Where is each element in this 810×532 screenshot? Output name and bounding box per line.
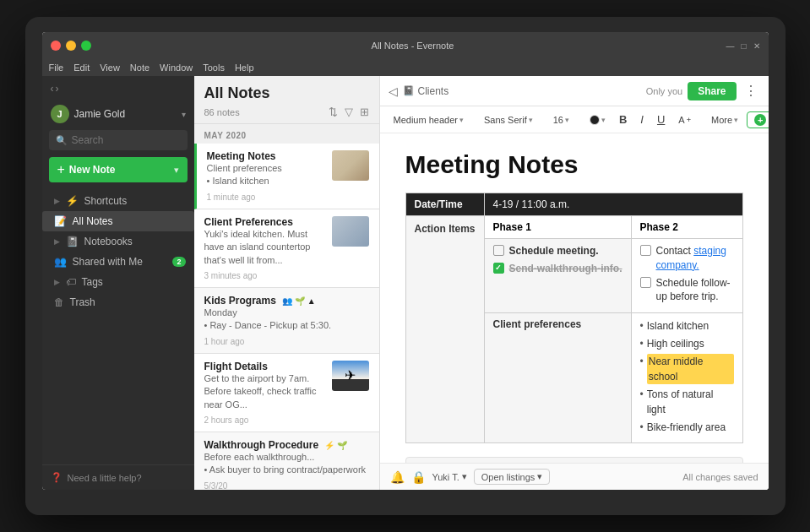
note-item-meeting-notes[interactable]: Meeting Notes Client preferences• Island… — [194, 144, 379, 209]
notebooks-chevron-icon: ▶ — [54, 237, 60, 246]
checkbox-label-3: Contact staging company. — [656, 244, 734, 273]
open-listings-button[interactable]: Open listings ▾ — [474, 469, 551, 485]
tags-icon: 🏷 — [66, 276, 76, 288]
color-picker-button[interactable]: ▾ — [584, 113, 611, 127]
note-icons: ⚡ 🌱 — [324, 441, 347, 450]
phase2-items-cell: Contact staging company. Schedule follow… — [631, 239, 742, 313]
listings-chevron-icon: ▾ — [537, 471, 542, 482]
phase2-header-cell: Phase 2 — [631, 216, 742, 239]
win-close[interactable]: ✕ — [753, 41, 760, 51]
app-body: ‹ › J Jamie Gold ▾ 🔍 + New Note — [42, 76, 769, 490]
font-size-button[interactable]: 16 ▾ — [548, 113, 574, 127]
shortcuts-chevron-icon: ▶ — [54, 197, 60, 205]
sidebar-item-shortcuts[interactable]: ▶ ⚡ Shortcuts — [42, 191, 194, 211]
attachment-wav[interactable]: 🔵 meeting-recording.wav 7.5 MB — [405, 457, 743, 463]
prefs-list: • Island kitchen • High ceilings • — [640, 318, 734, 435]
italic-button[interactable]: I — [635, 111, 649, 128]
menu-view[interactable]: View — [100, 62, 120, 73]
checkbox-1[interactable] — [493, 245, 504, 256]
search-bar[interactable]: 🔍 — [49, 130, 188, 150]
note-title: Flight Details — [204, 361, 327, 372]
phase1-header-cell: Phase 1 — [484, 216, 631, 239]
note-item-client-prefs[interactable]: Client Preferences Yuki's ideal kitchen.… — [194, 209, 379, 288]
win-buttons: — □ ✕ — [726, 41, 759, 51]
note-title-heading: Meeting Notes — [405, 150, 743, 179]
note-meta: 3 minutes ago — [204, 271, 369, 280]
menu-window[interactable]: Window — [160, 62, 193, 73]
menu-file[interactable]: File — [49, 62, 64, 73]
win-minimize[interactable]: — — [726, 41, 734, 51]
notes-list-header: All Notes 86 notes ⇅ ▽ ⊞ — [194, 76, 379, 124]
sidebar-item-shared[interactable]: 👥 Shared with Me 2 — [42, 252, 194, 272]
share-button[interactable]: Share — [688, 82, 736, 100]
bold-button[interactable]: B — [614, 111, 632, 128]
close-btn[interactable] — [51, 41, 61, 51]
more-options-icon[interactable]: ⋮ — [742, 83, 760, 99]
footer-user[interactable]: Yuki T. ▾ — [432, 471, 467, 482]
sidebar-item-tags[interactable]: ▶ 🏷 Tags — [42, 272, 194, 292]
staging-link[interactable]: staging company. — [656, 245, 726, 271]
layout-icon[interactable]: ⊞ — [360, 106, 369, 118]
notes-list: All Notes 86 notes ⇅ ▽ ⊞ MAY 2020 — [194, 76, 380, 490]
lock-icon[interactable]: 🔒 — [411, 470, 426, 484]
date-value-cell: 4-19 / 11:00 a.m. — [484, 193, 742, 216]
main-content: ◁ 📓 Clients Only you Share ⋮ Medi — [380, 76, 769, 490]
back-note-icon[interactable]: ◁ — [389, 84, 398, 98]
help-icon: ❓ — [51, 472, 63, 483]
new-note-button[interactable]: + New Note ▾ — [49, 157, 188, 182]
win-maximize[interactable]: □ — [741, 41, 746, 51]
note-thumbnail — [332, 150, 369, 181]
back-arrow[interactable]: ‹ — [51, 83, 54, 95]
note-footer: 🔔 🔒 Yuki T. ▾ Open listings ▾ All change… — [380, 463, 769, 490]
note-editor[interactable]: Meeting Notes Date/Time 4-19 / 11:00 a.m… — [380, 133, 769, 463]
checkbox-row-2: ✓ Send-walkthrough-info. — [493, 262, 622, 276]
sidebar: ‹ › J Jamie Gold ▾ 🔍 + New Note — [42, 76, 194, 490]
bell-icon[interactable]: 🔔 — [390, 470, 405, 484]
format-toolbar: Medium header ▾ Sans Serif ▾ 16 ▾ — [380, 106, 769, 133]
search-icon: 🔍 — [56, 135, 68, 146]
pref-item-5: • Bike-friendly area — [640, 420, 734, 435]
action-items-label: Action Items — [405, 216, 484, 443]
save-status: All changes saved — [682, 472, 758, 482]
window-controls — [51, 41, 91, 51]
more-format-button[interactable]: More ▾ — [706, 113, 743, 127]
text-style-button[interactable]: Medium header ▾ — [389, 113, 469, 127]
client-prefs-label-cell: Client preferences — [484, 313, 631, 443]
checkbox-4[interactable] — [640, 277, 651, 288]
share-status: Only you — [646, 86, 682, 96]
note-item-walkthrough[interactable]: Walkthrough Procedure ⚡ 🌱 Before each wa… — [194, 432, 379, 490]
sidebar-item-notebooks[interactable]: ▶ 📓 Notebooks — [42, 231, 194, 252]
forward-arrow[interactable]: › — [56, 83, 59, 95]
user-avatar: J — [51, 105, 69, 123]
menu-bar: File Edit View Note Window Tools Help — [42, 59, 769, 76]
checkbox-2[interactable]: ✓ — [493, 263, 504, 274]
filter-icon[interactable]: ▽ — [345, 106, 353, 118]
checkbox-3[interactable] — [640, 245, 651, 256]
help-button[interactable]: ❓ Need a little help? — [51, 472, 186, 483]
pref-item-3: • Near middle school — [640, 354, 734, 384]
insert-plus-icon: + — [754, 114, 766, 126]
plus-icon: + — [57, 162, 65, 177]
minimize-btn[interactable] — [66, 41, 76, 51]
note-snippet: Yuki's ideal kitchen. Must have an islan… — [204, 228, 327, 267]
menu-help[interactable]: Help — [235, 62, 254, 73]
user-row[interactable]: J Jamie Gold ▾ — [42, 101, 194, 130]
date-label-cell: Date/Time — [405, 193, 484, 216]
menu-edit[interactable]: Edit — [73, 62, 90, 73]
sidebar-item-all-notes[interactable]: 📝 All Notes — [42, 211, 194, 231]
note-item-kids-programs[interactable]: Kids Programs 👥 🌱 ▲ Monday• Ray - Dance … — [194, 288, 379, 354]
sort-icon[interactable]: ⇅ — [329, 106, 338, 118]
title-bar: All Notes - Evernote — □ ✕ — [42, 32, 769, 59]
font-family-button[interactable]: Sans Serif ▾ — [479, 113, 538, 127]
insert-button[interactable]: + Insert ▾ — [747, 111, 768, 128]
menu-note[interactable]: Note — [130, 62, 149, 73]
sidebar-item-trash[interactable]: 🗑 Trash — [42, 292, 194, 312]
tags-chevron-icon: ▶ — [54, 278, 60, 286]
maximize-btn[interactable] — [81, 41, 91, 51]
underline-button[interactable]: U — [652, 111, 670, 128]
menu-tools[interactable]: Tools — [203, 62, 225, 73]
note-item-flight-details[interactable]: Flight Details Get to the airport by 7am… — [194, 354, 379, 432]
notebooks-icon: 📓 — [66, 236, 79, 247]
font-size-increase-button[interactable]: A+ — [673, 113, 696, 127]
search-input[interactable] — [72, 134, 194, 146]
